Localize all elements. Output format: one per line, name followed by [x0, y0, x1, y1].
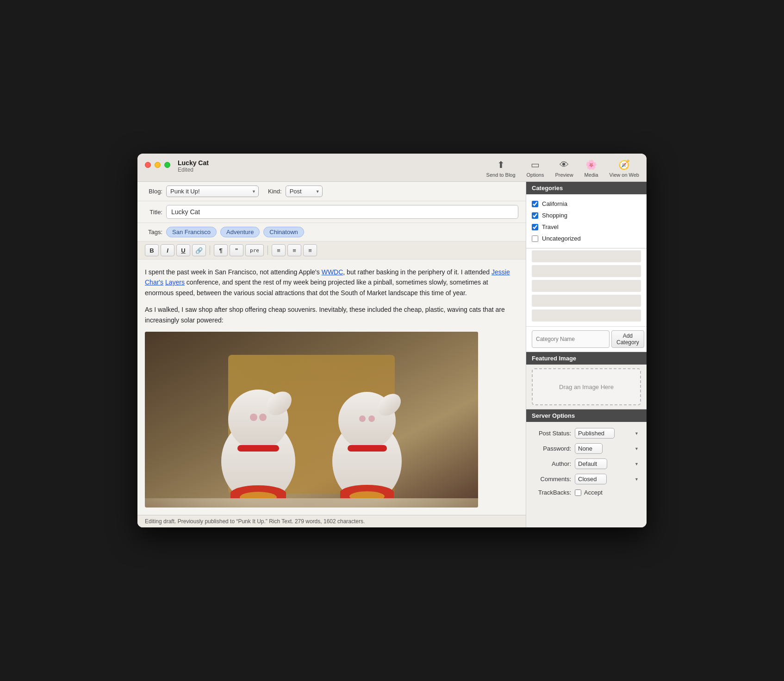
empty-slot-4 [532, 295, 641, 307]
empty-slot-5 [532, 310, 641, 322]
category-name-input[interactable] [532, 330, 610, 348]
author-select[interactable]: Default [575, 458, 607, 469]
toolbar-separator-1 [210, 246, 210, 255]
globe-icon: 🧭 [618, 159, 630, 170]
empty-slot-1 [532, 250, 641, 262]
pre-button[interactable]: pre [245, 244, 264, 256]
kind-select[interactable]: Post [286, 186, 323, 197]
category-label-shopping: Shopping [542, 212, 567, 219]
status-bar: Editing draft. Previously published to “… [137, 515, 526, 527]
category-item-shopping[interactable]: Shopping [532, 210, 641, 221]
author-label: Author: [532, 460, 571, 467]
editor-area: Blog: Punk it Up! Kind: Post Title: [137, 182, 526, 527]
trackbacks-row: TrackBacks: Accept [532, 487, 641, 498]
featured-image-drop[interactable]: Drag an Image Here [532, 368, 641, 405]
blockquote-button[interactable]: " [230, 244, 243, 256]
blog-select-wrapper: Punk it Up! [166, 186, 259, 197]
category-item-uncategorized[interactable]: Uncategorized [532, 233, 641, 244]
category-checkbox-shopping[interactable] [532, 212, 538, 219]
author-row: Author: Default [532, 456, 641, 471]
tag-chip-chinatown[interactable]: Chinatown [263, 227, 304, 237]
password-row: Password: None [532, 441, 641, 456]
traffic-lights [145, 162, 170, 168]
svg-point-15 [368, 415, 375, 422]
accept-checkbox[interactable] [575, 489, 581, 496]
layers-link[interactable]: Layers [165, 279, 185, 286]
titlebar: Lucky Cat Edited ⬆ Send to Blog ▭ Option… [137, 154, 647, 182]
close-button[interactable] [145, 162, 151, 168]
media-button[interactable]: 🌸 Media [585, 159, 598, 178]
categories-list: California Shopping Travel Uncategorized [526, 194, 647, 248]
server-options: Post Status: Published Password: None [526, 422, 647, 502]
category-checkbox-travel[interactable] [532, 224, 538, 230]
minimize-button[interactable] [155, 162, 161, 168]
category-item-travel[interactable]: Travel [532, 221, 641, 233]
wwdc-link[interactable]: WWDC [322, 268, 343, 276]
sidebar: Categories California Shopping Travel Un… [526, 182, 647, 527]
featured-image-area: Drag an Image Here [526, 365, 647, 409]
tag-chip-adventure[interactable]: Adventure [220, 227, 260, 237]
underline-button[interactable]: U [176, 244, 190, 256]
align-center-button[interactable]: ≡ [287, 244, 301, 256]
blog-label: Blog: [145, 188, 162, 195]
link-button[interactable]: 🔗 [192, 244, 206, 256]
author-select-wrap: Default [575, 458, 641, 469]
password-label: Password: [532, 445, 571, 452]
italic-button[interactable]: I [161, 244, 174, 256]
category-checkbox-uncategorized[interactable] [532, 235, 538, 242]
window-title-area: Lucky Cat Edited [178, 159, 209, 173]
options-button[interactable]: ▭ Options [527, 159, 544, 178]
blog-kind-row: Blog: Punk it Up! Kind: Post [137, 182, 526, 201]
trackbacks-label: TrackBacks: [532, 489, 571, 496]
options-label: Options [527, 172, 544, 178]
comments-row: Comments: Closed [532, 471, 641, 487]
bold-button[interactable]: B [145, 244, 159, 256]
upload-icon: ⬆ [497, 159, 505, 170]
svg-point-6 [250, 414, 257, 421]
post-status-select-wrap: Published [575, 428, 641, 439]
accept-checkbox-label[interactable]: Accept [575, 489, 603, 496]
comments-select[interactable]: Closed [575, 474, 607, 484]
empty-slot-2 [532, 265, 641, 277]
blog-select[interactable]: Punk it Up! [166, 186, 259, 197]
svg-point-14 [359, 415, 366, 422]
align-right-button[interactable]: ≡ [303, 244, 317, 256]
align-left-button[interactable]: ≡ [272, 244, 286, 256]
category-item-california[interactable]: California [532, 198, 641, 210]
add-category-row: Add Category [526, 326, 647, 352]
post-status-row: Post Status: Published [532, 426, 641, 441]
main-content: Blog: Punk it Up! Kind: Post Title: [137, 182, 647, 527]
password-select[interactable]: None [575, 443, 603, 454]
category-checkbox-california[interactable] [532, 201, 538, 207]
category-label-california: California [542, 200, 567, 207]
view-on-web-button[interactable]: 🧭 View on Web [610, 159, 639, 178]
post-status-select[interactable]: Published [575, 428, 615, 439]
category-label-uncategorized: Uncategorized [542, 235, 581, 242]
maximize-button[interactable] [164, 162, 170, 168]
media-label: Media [585, 172, 598, 178]
toolbar-separator-2 [268, 246, 268, 255]
svg-rect-13 [348, 445, 387, 452]
paragraph-button[interactable]: ¶ [214, 244, 228, 256]
tag-chip-san-francisco[interactable]: San Francisco [166, 227, 217, 237]
preview-label: Preview [555, 172, 573, 178]
options-icon: ▭ [531, 159, 540, 170]
send-to-blog-label: Send to Blog [486, 172, 516, 178]
svg-point-7 [259, 414, 267, 421]
title-row: Title: [137, 201, 526, 223]
server-options-header: Server Options [526, 409, 647, 422]
send-to-blog-button[interactable]: ⬆ Send to Blog [486, 159, 516, 178]
kind-select-wrapper: Post [286, 186, 323, 197]
main-window: Lucky Cat Edited ⬆ Send to Blog ▭ Option… [137, 154, 647, 527]
cat-image-inner [145, 332, 478, 508]
preview-button[interactable]: 👁 Preview [555, 160, 573, 178]
svg-rect-5 [237, 445, 279, 452]
title-label: Title: [145, 209, 162, 216]
title-input[interactable] [166, 205, 518, 219]
add-category-button[interactable]: Add Category [611, 330, 644, 348]
featured-image-header: Featured Image [526, 352, 647, 365]
eye-icon: 👁 [560, 160, 569, 170]
password-select-wrap: None [575, 443, 641, 454]
content-body[interactable]: I spent the past week in San Francisco, … [137, 260, 526, 515]
tags-row: Tags: San Francisco Adventure Chinatown [137, 223, 526, 241]
